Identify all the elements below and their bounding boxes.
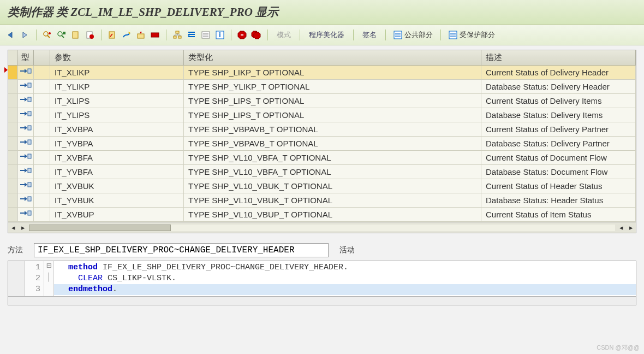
cell-desc[interactable]: Current Status of Delivery Header [481, 66, 636, 80]
row-marker[interactable] [8, 80, 17, 94]
table-row[interactable]: IT_YLIKPTYPE SHP_YLIKP_T OPTIONALDatabas… [8, 80, 636, 94]
hierarchy-icon[interactable] [171, 28, 184, 42]
cell-typing[interactable]: TYPE SHP_VL10_VBUK_T OPTIONAL [184, 179, 481, 193]
cell-param[interactable]: IT_XLIKP [50, 66, 184, 80]
cell-typing[interactable]: TYPE SHP_VL10_VBUP_T OPTIONAL [184, 208, 481, 222]
check-icon[interactable] [120, 28, 133, 42]
cell-desc[interactable]: Current Status of Header Status [481, 179, 636, 193]
forward-icon[interactable] [19, 28, 32, 42]
method-name-input[interactable] [34, 243, 329, 257]
other-object-icon[interactable] [55, 28, 68, 42]
cell-typing[interactable]: TYPE SHP_LIPS_T OPTIONAL [184, 94, 481, 108]
cell-desc[interactable]: Database Status: Header Status [481, 193, 636, 208]
breakpoint-gutter[interactable] [8, 261, 25, 296]
cell-param[interactable]: IT_XVBUP [50, 208, 184, 222]
table-row[interactable]: IT_XVBFATYPE SHP_VL10_VBFA_T OPTIONALCur… [8, 151, 636, 165]
row-marker[interactable] [8, 151, 17, 165]
activate-icon[interactable] [84, 28, 97, 42]
col-desc-header[interactable]: 描述 [481, 50, 636, 66]
row-marker[interactable] [8, 94, 17, 108]
row-marker[interactable] [8, 137, 17, 151]
scroll-left2-icon[interactable]: ◂ [616, 223, 626, 233]
col-type-header[interactable]: 型 [17, 50, 34, 66]
table-row[interactable]: IT_YLIPSTYPE SHP_LIPS_T OPTIONALDatabase… [8, 108, 636, 122]
code-editor[interactable]: 123 ⊟│ method IF_EX_LE_SHP_DELIVERY_PROC… [8, 261, 636, 297]
row-marker[interactable] [8, 208, 17, 222]
row-marker[interactable] [8, 165, 17, 179]
where-used-icon[interactable] [106, 28, 119, 42]
scroll-right2-icon[interactable]: ▸ [626, 223, 636, 233]
cell-typing[interactable]: TYPE SHP_VL10_VBUK_T OPTIONAL [184, 193, 481, 208]
cell-spacer [34, 193, 50, 208]
cell-param[interactable]: IT_XVBFA [50, 151, 184, 165]
cell-typing[interactable]: TYPE SHP_LIPS_T OPTIONAL [184, 108, 481, 122]
cell-typing[interactable]: TYPE SHP_VL10_VBFA_T OPTIONAL [184, 151, 481, 165]
cell-desc[interactable]: Current Status of Delivery Items [481, 94, 636, 108]
cell-desc[interactable]: Database Status: Delivery Items [481, 108, 636, 122]
cell-desc[interactable]: Database Status: Document Flow [481, 165, 636, 179]
cell-desc[interactable]: Database Status: Delivery Partner [481, 137, 636, 151]
svg-point-0 [44, 32, 48, 36]
table-hscroll[interactable]: ◂ ▸ ◂ ▸ [8, 222, 636, 233]
col-marker[interactable] [8, 50, 17, 66]
cell-desc[interactable]: Current Status of Delivery Partner [481, 122, 636, 137]
code-hscroll[interactable] [8, 297, 636, 305]
table-row[interactable]: IT_YVBFATYPE SHP_VL10_VBFA_T OPTIONALDat… [8, 165, 636, 179]
fold-gutter[interactable]: ⊟│ [44, 261, 54, 296]
row-marker[interactable] [8, 122, 17, 137]
stop-icon[interactable] [236, 28, 249, 42]
cell-spacer [34, 165, 50, 179]
cell-param[interactable]: IT_YVBFA [50, 165, 184, 179]
cell-param[interactable]: IT_YVBPA [50, 137, 184, 151]
table-row[interactable]: IT_XVBUKTYPE SHP_VL10_VBUK_T OPTIONALCur… [8, 179, 636, 193]
beautify-button[interactable]: 程序美化器 [305, 30, 349, 40]
stop-all-icon[interactable] [250, 28, 263, 42]
cell-param[interactable]: IT_YLIPS [50, 108, 184, 122]
table-row[interactable]: IT_XLIKPTYPE SHP_LIKP_T OPTIONALCurrent … [8, 66, 636, 80]
cell-typing[interactable]: TYPE SHP_VBPAVB_T OPTIONAL [184, 122, 481, 137]
row-marker[interactable] [8, 108, 17, 122]
table-row[interactable]: IT_YVBUKTYPE SHP_VL10_VBUK_T OPTIONALDat… [8, 193, 636, 208]
table-row[interactable]: IT_XLIPSTYPE SHP_LIPS_T OPTIONALCurrent … [8, 94, 636, 108]
scroll-left-icon[interactable]: ◂ [8, 223, 18, 233]
code-body[interactable]: method IF_EX_LE_SHP_DELIVERY_PROC~CHANGE… [54, 261, 636, 296]
svg-rect-33 [28, 140, 31, 144]
cell-param[interactable]: IT_YLIKP [50, 80, 184, 94]
line-numbers: 123 [25, 261, 44, 296]
cell-typing[interactable]: TYPE SHP_VBPAVB_T OPTIONAL [184, 137, 481, 151]
list-icon[interactable] [199, 28, 212, 42]
row-marker[interactable] [8, 66, 17, 80]
cell-desc[interactable]: Database Status: Delivery Header [481, 80, 636, 94]
back-icon[interactable] [4, 28, 17, 42]
table-row[interactable]: IT_YVBPATYPE SHP_VBPAVB_T OPTIONALDataba… [8, 137, 636, 151]
display-object-icon[interactable] [41, 28, 54, 42]
col-typing-header[interactable]: 类型化 [184, 50, 481, 66]
cell-typing[interactable]: TYPE SHP_YLIKP_T OPTIONAL [184, 80, 481, 94]
param-type-icon [17, 94, 34, 108]
scroll-right-icon[interactable]: ▸ [18, 223, 28, 233]
cell-spacer [34, 94, 50, 108]
test-icon[interactable] [134, 28, 147, 42]
cell-typing[interactable]: TYPE SHP_LIKP_T OPTIONAL [184, 66, 481, 80]
protected-section-button[interactable]: 受保护部分 [445, 30, 498, 40]
outdent-icon[interactable] [185, 28, 198, 42]
signature-button[interactable]: 签名 [358, 30, 381, 40]
cell-desc[interactable]: Current Status of Item Status [481, 208, 636, 222]
new-icon[interactable] [69, 28, 82, 42]
table-row[interactable]: IT_XVBUPTYPE SHP_VL10_VBUP_T OPTIONALCur… [8, 208, 636, 222]
row-marker[interactable] [8, 193, 17, 208]
cell-param[interactable]: IT_XVBUK [50, 179, 184, 193]
cell-spacer [34, 137, 50, 151]
cell-spacer [34, 151, 50, 165]
info-icon[interactable]: i [213, 28, 226, 42]
row-marker[interactable] [8, 179, 17, 193]
col-param-header[interactable]: 参数 [50, 50, 184, 66]
public-section-button[interactable]: 公共部分 [390, 30, 436, 40]
cell-desc[interactable]: Current Status of Document Flow [481, 151, 636, 165]
cell-param[interactable]: IT_XVBPA [50, 122, 184, 137]
cell-typing[interactable]: TYPE SHP_VL10_VBFA_T OPTIONAL [184, 165, 481, 179]
breakpoint-icon[interactable] [148, 28, 162, 42]
cell-param[interactable]: IT_YVBUK [50, 193, 184, 208]
cell-param[interactable]: IT_XLIPS [50, 94, 184, 108]
table-row[interactable]: IT_XVBPATYPE SHP_VBPAVB_T OPTIONALCurren… [8, 122, 636, 137]
